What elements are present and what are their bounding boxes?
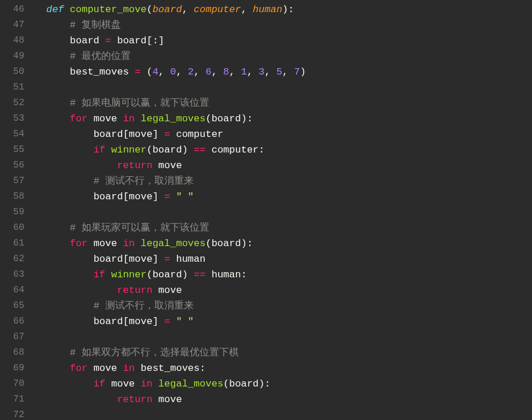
- token-ctrl: return: [117, 285, 158, 296]
- token-ident: move: [158, 285, 182, 296]
- token-ctrl: ==: [194, 144, 205, 155]
- token-ident: move: [129, 316, 153, 327]
- code-line[interactable]: [46, 80, 532, 95]
- line-number: 65: [0, 298, 24, 314]
- line-number: 66: [0, 314, 24, 329]
- line-number: 57: [0, 173, 24, 189]
- token-num: 4: [153, 66, 158, 77]
- code-editor[interactable]: 4647484950515253545556575859606162636465…: [0, 0, 532, 420]
- token-ident: board: [153, 144, 182, 155]
- code-line[interactable]: if winner(board) == computer:: [46, 142, 532, 158]
- token-ident: move: [111, 378, 141, 389]
- token-comment: # 最优的位置: [70, 51, 131, 62]
- token-ident: human: [205, 269, 241, 280]
- token-ident: move: [129, 191, 153, 202]
- token-ctrl: =: [164, 191, 170, 202]
- token-ctrl: in: [141, 378, 158, 389]
- code-line[interactable]: best_moves = (4, 0, 2, 6, 8, 1, 3, 5, 7): [46, 64, 532, 80]
- line-number: 64: [0, 283, 24, 298]
- token-ctrl: =: [135, 66, 141, 77]
- token-ctrl: =: [164, 254, 170, 265]
- token-fn: legal_moves: [141, 113, 205, 124]
- token-kw: def: [46, 4, 70, 15]
- token-fn: legal_moves: [158, 378, 223, 389]
- line-number: 68: [0, 345, 24, 360]
- token-punct: (: [146, 144, 152, 155]
- token-ident: board: [94, 191, 123, 202]
- token-punct: :: [241, 269, 247, 280]
- token-comment: # 复制棋盘: [70, 20, 121, 31]
- code-line[interactable]: board[move] = computer: [46, 127, 532, 142]
- token-punct: (: [205, 238, 211, 249]
- code-line[interactable]: def computer_move(board, computer, human…: [46, 2, 532, 17]
- line-number: 48: [0, 33, 24, 49]
- token-param: computer: [194, 4, 241, 15]
- code-line[interactable]: # 复制棋盘: [46, 17, 532, 33]
- code-line[interactable]: for move in legal_moves(board):: [46, 111, 532, 127]
- token-ident: computer: [170, 129, 223, 140]
- token-punct: :: [258, 144, 264, 155]
- token-punct: [: [123, 254, 129, 265]
- code-line[interactable]: [46, 407, 532, 420]
- token-ident: board: [212, 238, 241, 249]
- code-line[interactable]: # 如果双方都不行，选择最优位置下棋: [46, 345, 532, 360]
- token-ident: board: [94, 129, 123, 140]
- token-num: 7: [294, 66, 300, 77]
- token-ident: move: [158, 394, 182, 405]
- code-line[interactable]: # 最优的位置: [46, 49, 532, 64]
- token-ctrl: in: [123, 238, 141, 249]
- line-number: 49: [0, 49, 24, 64]
- token-punct: ]: [153, 254, 164, 265]
- code-line[interactable]: return move: [46, 392, 532, 407]
- token-ctrl: return: [117, 394, 158, 405]
- token-punct: ): [182, 269, 194, 280]
- token-param: human: [253, 4, 282, 15]
- token-ctrl: if: [94, 378, 112, 389]
- line-number: 67: [0, 329, 24, 345]
- token-punct: ,: [212, 66, 223, 77]
- code-line[interactable]: if winner(board) == human:: [46, 267, 532, 283]
- token-param: board: [153, 4, 182, 15]
- code-line[interactable]: # 如果玩家可以赢，就下该位置: [46, 220, 532, 236]
- token-str: " ": [176, 191, 194, 202]
- token-ident: best_moves: [70, 66, 135, 77]
- token-num: 5: [276, 66, 282, 77]
- token-num: 2: [188, 66, 194, 77]
- code-line[interactable]: # 测试不行，取消重来: [46, 298, 532, 314]
- token-ident: move: [94, 113, 123, 124]
- token-punct: ,: [194, 66, 205, 77]
- code-line[interactable]: board = board[:]: [46, 33, 532, 49]
- token-ctrl: for: [70, 238, 94, 249]
- code-line[interactable]: [46, 205, 532, 220]
- token-ident: board: [70, 35, 105, 46]
- code-line[interactable]: return move: [46, 158, 532, 173]
- code-line[interactable]: board[move] = human: [46, 251, 532, 267]
- token-ctrl: for: [70, 363, 94, 374]
- token-punct: [:]: [146, 35, 164, 46]
- code-area[interactable]: def computer_move(board, computer, human…: [35, 0, 532, 420]
- token-ident: board: [111, 35, 146, 46]
- line-number: 61: [0, 236, 24, 251]
- token-punct: ,: [282, 66, 294, 77]
- code-line[interactable]: if move in legal_moves(board):: [46, 376, 532, 392]
- token-num: 0: [170, 66, 176, 77]
- code-line[interactable]: for move in best_moves:: [46, 360, 532, 376]
- line-number: 53: [0, 111, 24, 127]
- line-number: 51: [0, 80, 24, 95]
- token-num: 8: [223, 66, 229, 77]
- token-ctrl: ==: [194, 269, 205, 280]
- code-line[interactable]: for move in legal_moves(board):: [46, 236, 532, 251]
- code-line[interactable]: # 测试不行，取消重来: [46, 173, 532, 189]
- code-line[interactable]: board[move] = " ": [46, 314, 532, 329]
- token-fn: winner: [111, 269, 146, 280]
- token-ident: board: [229, 378, 258, 389]
- code-line[interactable]: # 如果电脑可以赢，就下该位置: [46, 95, 532, 111]
- code-line[interactable]: return move: [46, 283, 532, 298]
- code-line[interactable]: [46, 329, 532, 345]
- line-number: 62: [0, 251, 24, 267]
- token-ident: computer: [205, 144, 258, 155]
- token-fn: winner: [111, 144, 146, 155]
- code-line[interactable]: board[move] = " ": [46, 189, 532, 205]
- line-number: 52: [0, 95, 24, 111]
- line-number-gutter: 4647484950515253545556575859606162636465…: [0, 0, 35, 420]
